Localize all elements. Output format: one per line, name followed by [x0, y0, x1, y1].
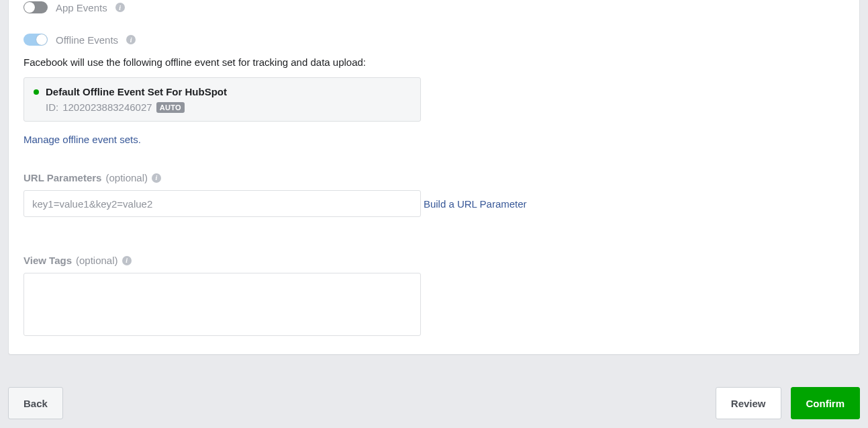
review-button[interactable]: Review [716, 387, 781, 419]
confirm-button[interactable]: Confirm [791, 387, 861, 419]
event-set-id: 1202023883246027 [62, 101, 152, 113]
info-icon[interactable]: i [126, 35, 136, 44]
url-params-label: URL Parameters (optional) i [23, 172, 845, 183]
offline-event-set-box: Default Offline Event Set For HubSpot ID… [23, 77, 421, 122]
info-icon[interactable]: i [152, 173, 161, 183]
view-tags-label-text: View Tags [23, 255, 72, 266]
url-params-optional: (optional) [105, 172, 148, 183]
status-dot-icon [34, 89, 39, 95]
info-icon[interactable]: i [122, 256, 132, 265]
offline-description: Facebook will use the following offline … [23, 56, 845, 68]
form-content: App Events i Offline Events i Facebook w… [9, 0, 859, 338]
url-params-label-text: URL Parameters [23, 172, 101, 183]
offline-events-toggle[interactable] [23, 34, 48, 46]
offline-events-row: Offline Events i [23, 32, 845, 47]
app-events-toggle[interactable] [23, 1, 48, 13]
manage-offline-sets-link[interactable]: Manage offline event sets. [23, 134, 141, 145]
build-url-param-link[interactable]: Build a URL Parameter [424, 198, 527, 210]
event-set-title-row: Default Offline Event Set For HubSpot [34, 86, 411, 97]
app-events-label: App Events [56, 2, 107, 13]
back-button[interactable]: Back [8, 387, 63, 419]
view-tags-label: View Tags (optional) i [23, 255, 845, 266]
url-params-input[interactable] [23, 190, 421, 217]
event-set-id-prefix: ID: [46, 101, 58, 113]
event-set-title: Default Offline Event Set For HubSpot [46, 86, 227, 97]
event-set-id-row: ID:1202023883246027 AUTO [34, 101, 411, 113]
info-icon[interactable]: i [115, 3, 125, 12]
offline-events-label: Offline Events [56, 34, 118, 46]
view-tags-optional: (optional) [76, 255, 118, 266]
auto-badge: AUTO [156, 102, 185, 113]
app-events-row: App Events i [23, 0, 845, 15]
footer-actions: Back Review Confirm [8, 387, 860, 419]
form-card: App Events i Offline Events i Facebook w… [8, 0, 860, 355]
view-tags-input[interactable] [23, 273, 421, 336]
